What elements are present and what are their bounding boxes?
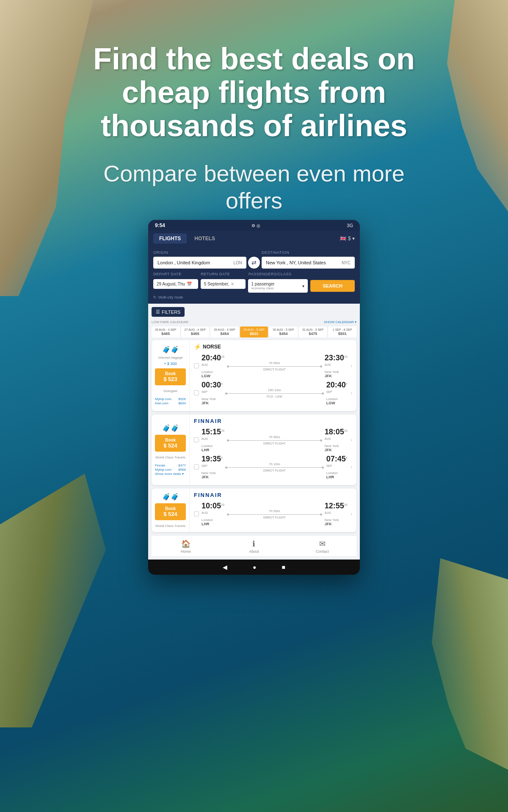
arrive-city-10: New York <box>325 444 348 448</box>
extra-price-0: + $ 300 <box>164 362 177 366</box>
arrive-city-0: New York <box>325 370 348 374</box>
other-price-row-1[interactable]: Kiwi.com$834 <box>155 401 186 405</box>
other-price-row-0[interactable]: Finnair$477 <box>155 464 186 467</box>
recent-button[interactable]: ■ <box>282 564 285 571</box>
expand-icon-1[interactable]: › <box>351 391 352 395</box>
flight-row-11: 19:355SEP New York JFK 7h 10m DIRECT FLI… <box>194 455 352 479</box>
provider-price-1: $568 <box>178 468 186 472</box>
depart-date-value: 29 August, Thu <box>157 282 185 286</box>
book-label-1: Book <box>155 438 186 442</box>
arrive-city-20: New York <box>325 518 348 522</box>
calendar-item-1[interactable]: 27 AUG - 4 SEP$465 <box>181 326 210 337</box>
depart-city-20: London <box>202 518 224 522</box>
baggage-label-0: Unknown baggage <box>158 356 182 359</box>
filters-button[interactable]: ☰ FILTERS <box>152 307 185 317</box>
depart-airport-1: JFK <box>202 401 223 405</box>
class-value: economy class <box>251 286 275 290</box>
arrive-airport-20: JFK <box>325 522 348 526</box>
dropdown-icon: ▾ <box>302 284 304 288</box>
nav-label-about: About <box>249 549 259 554</box>
other-prices: Mytrip.com$526Kiwi.com$834 <box>155 397 186 406</box>
card-right-2: FINNAIR 10:0529AUG London LHR 7h 50m DIR… <box>190 488 356 532</box>
return-date-field[interactable]: 5 September, ✕ <box>201 279 246 289</box>
flight-row-1: 00:305SEP New York JFK 15h 10m FCO · LGW… <box>194 381 352 405</box>
flight-checkbox-1[interactable] <box>194 390 199 395</box>
calendar-item-4[interactable]: 30 AUG - 5 SEP$454 <box>269 326 298 337</box>
path-line-10 <box>229 440 320 441</box>
other-price-row-1[interactable]: Mytrip.com$568 <box>155 468 186 472</box>
book-button-1[interactable]: Book $ 524 <box>155 435 186 452</box>
flight-line-11: 7h 10m DIRECT FLIGHT <box>225 462 324 472</box>
return-date-value: 5 September, <box>204 282 229 286</box>
flights-tab[interactable]: FLIGHTS <box>153 233 187 244</box>
hero-sub-title: Compare between even more offers <box>85 160 423 215</box>
android-nav-bar: ◀ ● ■ <box>148 560 360 575</box>
nav-label-home: Home <box>181 549 191 554</box>
expand-icon-0[interactable]: › <box>351 364 352 368</box>
date-pass-row: 29 August, Thu 📅 5 September, ✕ 1 passen… <box>153 279 355 293</box>
bottom-nav-item-contact[interactable]: ✉ Contact <box>288 539 356 554</box>
origin-label: ORIGIN <box>153 250 246 255</box>
card-top-2: 🧳🧳 Book $ 524 World Class Travels FINNAI… <box>152 488 356 532</box>
other-prices: Finnair$477Mytrip.com$568Show more deals… <box>155 464 186 476</box>
calendar-item-2[interactable]: 29 AUG - 4 SEP$454 <box>210 326 239 337</box>
path-dot-end-0 <box>320 365 322 368</box>
flight-path-1 <box>225 392 324 395</box>
bottom-nav-item-about[interactable]: ℹ About <box>220 539 288 554</box>
baggage-icons-2: 🧳🧳 <box>162 493 179 501</box>
arrive-airport-0: JFK <box>325 374 348 378</box>
show-calendar-button[interactable]: SHOW CALENDAR ▾ <box>324 320 356 326</box>
arrive-time-10: 18:05 <box>325 428 344 436</box>
baggage-icons-1: 🧳🧳 <box>162 424 179 432</box>
book-button-0[interactable]: Book $ 523 <box>155 368 186 385</box>
search-button[interactable]: SEARCH <box>310 280 355 292</box>
path-line-0 <box>229 366 320 367</box>
calendar-item-5[interactable]: 31 AUG - 3 SEP$475 <box>299 326 327 337</box>
depart-date-field[interactable]: 29 August, Thu 📅 <box>153 279 198 289</box>
flight-type-11: DIRECT FLIGHT <box>263 469 286 472</box>
calendar-item-3[interactable]: 29 AUG - 5 SEP$523 <box>240 326 268 337</box>
calendar-item-0[interactable]: 26 AUG - 4 SEP$465 <box>152 326 180 337</box>
flight-type-20: DIRECT FLIGHT <box>263 516 286 519</box>
flight-checkbox-10[interactable] <box>194 437 199 442</box>
flight-checkbox-20[interactable] <box>194 511 199 516</box>
bottom-nav-item-home[interactable]: 🏠 Home <box>152 539 220 554</box>
expand-icon-10[interactable]: › <box>351 438 352 442</box>
origin-field[interactable]: London , United Kingdom LON <box>153 257 246 269</box>
cal-dates: 26 AUG - 4 SEP <box>152 328 179 331</box>
expand-icon-11[interactable]: › <box>351 465 352 469</box>
cal-dates: 29 AUG - 4 SEP <box>211 328 238 331</box>
card-left-2: 🧳🧳 Book $ 524 World Class Travels <box>152 488 190 532</box>
passengers-field[interactable]: 1 passenger economy class ▾ <box>248 279 308 293</box>
cal-dates: 29 AUG - 5 SEP <box>241 328 268 331</box>
cal-price: $501 <box>329 332 356 336</box>
flag-icon: 🇬🇧 <box>340 236 346 241</box>
depart-city-0: London <box>202 370 224 374</box>
multi-city-option[interactable]: ↻ Multi-city route <box>153 295 355 299</box>
home-button[interactable]: ● <box>253 564 256 571</box>
back-button[interactable]: ◀ <box>223 564 227 571</box>
cal-dates: 1 SEP - 8 SEP <box>329 328 356 331</box>
calendar-item-6[interactable]: 1 SEP - 8 SEP$501 <box>328 326 356 337</box>
flight-duration-10: 7h 50m <box>269 435 280 439</box>
clear-return-icon[interactable]: ✕ <box>231 282 234 286</box>
provider-name-1: Mytrip.com <box>155 468 171 472</box>
status-icons: ⚙ ◎ <box>251 223 260 228</box>
calendar-strip: 26 AUG - 4 SEP$46527 AUG - 4 SEP$46529 A… <box>152 326 356 337</box>
depart-city-1: New York <box>202 397 223 401</box>
passengers-value: 1 passenger <box>251 282 275 286</box>
depart-city-11: New York <box>202 471 223 475</box>
swap-button[interactable]: ⇄ <box>248 257 260 269</box>
flight-checkbox-0[interactable] <box>194 363 199 368</box>
dest-field[interactable]: New York , NY, United States NYC <box>262 257 355 269</box>
currency-selector[interactable]: 🇬🇧 $ ▾ <box>340 236 355 241</box>
other-price-row-0[interactable]: Mytrip.com$526 <box>155 397 186 401</box>
flight-checkbox-11[interactable] <box>194 464 199 469</box>
expand-icon-20[interactable]: › <box>351 512 352 516</box>
flight-card-1: 🧳🧳 Book $ 524 World Class Travels Finnai… <box>152 414 356 485</box>
path-dot-end-10 <box>320 439 322 442</box>
cal-dates: 30 AUG - 5 SEP <box>270 328 297 331</box>
hotels-tab[interactable]: HOTELS <box>188 233 221 244</box>
book-button-2[interactable]: Book $ 524 <box>155 503 186 520</box>
show-more-deals[interactable]: Show more deals ▾ <box>155 472 186 476</box>
